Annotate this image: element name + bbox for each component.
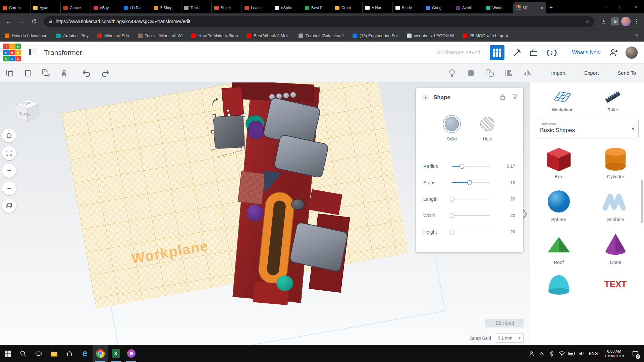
property-value[interactable]: 5.17 <box>507 164 515 169</box>
window-maximize-button[interactable]: □ <box>613 0 629 13</box>
scale-handle[interactable] <box>212 147 215 150</box>
bricks-button[interactable] <box>529 49 538 57</box>
model-purple-sphere[interactable] <box>247 204 263 221</box>
whats-new-link[interactable]: What's New <box>572 50 600 56</box>
url-omnibox[interactable]: https://www.tinkercad.com/things/kA48Aws… <box>44 16 594 27</box>
blocks-grid-button[interactable] <box>490 45 504 60</box>
export-button[interactable]: Export <box>584 70 599 76</box>
tab-close-icon[interactable]: × <box>541 5 543 10</box>
translate-extension-icon[interactable]: G <box>611 17 619 25</box>
copy-button[interactable] <box>5 68 15 78</box>
lock-button[interactable] <box>500 94 505 102</box>
design-menu-icon[interactable] <box>29 48 37 57</box>
show-all-button[interactable] <box>447 68 457 78</box>
browser-tab[interactable]: Best F <box>302 2 332 13</box>
collapse-caret-icon[interactable]: ▾ <box>422 94 429 101</box>
language-indicator[interactable]: ENG <box>587 351 600 356</box>
browser-tab[interactable]: Tools <box>181 2 211 13</box>
sidebar-scrollbar[interactable] <box>641 180 643 223</box>
property-slider[interactable] <box>452 213 490 218</box>
start-button[interactable] <box>0 345 15 362</box>
paint3d-button[interactable] <box>123 345 139 362</box>
bookmark-star-icon[interactable]: ☆ <box>585 18 590 25</box>
model-vent[interactable] <box>290 92 296 98</box>
account-avatar[interactable] <box>625 46 638 59</box>
wifi-tray-icon[interactable] <box>557 345 567 362</box>
ungroup-button[interactable] <box>485 68 495 78</box>
hole-option[interactable]: Hole <box>478 115 496 158</box>
bookmark-item[interactable]: How do I download <box>5 34 47 38</box>
bookmark-item[interactable]: Tools – Minecraft Wi <box>138 34 183 38</box>
property-slider[interactable] <box>452 197 490 201</box>
model-gray-knob[interactable] <box>291 199 305 210</box>
scale-handle[interactable] <box>241 146 245 149</box>
slider-handle[interactable] <box>450 197 454 201</box>
browser-tab[interactable]: (1) Fac <box>121 2 151 13</box>
browser-tab[interactable]: Azerb <box>453 2 483 13</box>
window-close-button[interactable]: × <box>629 0 644 13</box>
bookmark-item[interactable]: wedobots: LEGO® W <box>407 34 454 38</box>
fit-view-button[interactable] <box>2 146 16 160</box>
browser-tab[interactable]: Super <box>211 2 241 13</box>
chrome-button[interactable] <box>93 345 108 362</box>
shape-tile-paraboloid[interactable] <box>543 273 574 301</box>
align-button[interactable] <box>503 68 514 78</box>
property-slider[interactable] <box>452 230 490 234</box>
redo-button[interactable] <box>100 68 110 78</box>
browser-menu-icon[interactable]: ⋮ <box>633 18 641 25</box>
browser-tab[interactable]: eBay <box>91 2 121 13</box>
shape-tile-cone[interactable]: Cone <box>600 230 631 265</box>
model-vent[interactable] <box>283 93 289 99</box>
send-to-button[interactable]: Send To <box>618 70 636 76</box>
action-center-button[interactable]: 2 <box>629 345 642 362</box>
scale-handle[interactable] <box>242 114 245 117</box>
property-slider[interactable] <box>452 164 490 169</box>
model-top-left-block[interactable] <box>221 87 244 117</box>
undo-button[interactable] <box>82 68 92 78</box>
property-value[interactable]: 20 <box>511 213 515 218</box>
delete-button[interactable] <box>59 68 69 78</box>
slider-handle[interactable] <box>450 213 454 218</box>
bookmark-item[interactable]: How To Make a Simp <box>191 34 238 38</box>
perspective-toggle-button[interactable] <box>2 199 16 213</box>
scale-handle[interactable] <box>227 113 230 116</box>
browser-tab[interactable]: Goog <box>423 2 453 13</box>
group-button[interactable] <box>466 68 476 78</box>
bookmark-item[interactable]: Best Whack A Mole <box>247 34 290 38</box>
browser-profile-avatar[interactable] <box>621 17 631 26</box>
slider-handle[interactable] <box>460 164 464 169</box>
browser-tab[interactable]: Stude <box>392 2 423 13</box>
window-minimize-button[interactable]: – <box>598 0 613 13</box>
task-view-button[interactable] <box>31 345 46 362</box>
taskbar-clock[interactable]: 6:58 AM 10/30/2018 <box>600 349 629 358</box>
edge-button[interactable]: e <box>77 345 93 362</box>
shape-tile-roof[interactable]: Roof <box>543 230 574 265</box>
browser-tab-active-tinkercad[interactable]: 3D × <box>513 2 546 13</box>
view-cube[interactable]: FRONT BOTTOM <box>13 95 41 125</box>
design-title[interactable]: Transformer <box>44 49 82 57</box>
model-teal-sphere[interactable] <box>276 276 293 291</box>
zoom-in-button[interactable]: + <box>2 164 16 178</box>
url-text[interactable]: https://www.tinkercad.com/things/kA48Aws… <box>56 19 190 24</box>
browser-tab[interactable]: Conve <box>60 2 91 13</box>
shape-tile-box[interactable]: Box <box>543 144 574 179</box>
browser-tab[interactable]: nSpire <box>272 2 302 13</box>
downloads-button[interactable] <box>598 16 609 27</box>
refresh-button[interactable] <box>29 16 40 27</box>
bookmark-item[interactable]: Tutorials/Galacticraft <box>299 34 344 38</box>
bookmark-item[interactable]: Arduino - Buy <box>56 34 89 38</box>
hide-button[interactable] <box>512 94 517 102</box>
shape-tile-sphere[interactable]: Sphere <box>543 187 574 222</box>
selected-shape[interactable] <box>213 115 245 149</box>
workplane-tool[interactable]: Workplane <box>552 89 573 112</box>
shape-category-dropdown[interactable]: Tinkercad Basic Shapes ▾ <box>536 119 639 138</box>
excel-button[interactable]: X <box>108 345 123 362</box>
shape-tile-scribble[interactable]: Scribble <box>600 187 631 222</box>
volume-tray-icon[interactable] <box>577 345 587 362</box>
shape-tile-text[interactable]: TEXT <box>600 273 631 301</box>
solid-option[interactable]: Solid <box>443 115 461 158</box>
browser-tab[interactable]: World <box>483 2 513 13</box>
model-purple-cylinder[interactable] <box>248 121 264 139</box>
back-button[interactable]: ← <box>3 16 14 27</box>
zoom-out-button[interactable]: − <box>2 181 16 195</box>
